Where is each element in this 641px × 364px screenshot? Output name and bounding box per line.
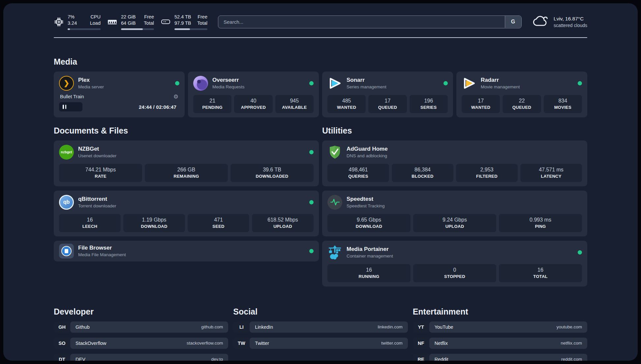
portainer-icon (327, 245, 342, 260)
stat-value: 498,461 (329, 167, 388, 173)
stat-tile: 196 SERIES (410, 95, 448, 113)
link-abbr: NF (413, 338, 429, 349)
sonarr-card[interactable]: Sonarr Series management 485 WANTED 17 Q… (322, 72, 453, 117)
stat-value: 16 (329, 267, 409, 273)
overseerr-icon (193, 76, 208, 91)
link-url: twitter.com (381, 341, 403, 346)
app-name: Speedtest (347, 196, 385, 202)
search-engine-button[interactable]: G (505, 16, 521, 28)
disk-progress-fill (174, 28, 190, 30)
weather-widget: Lviv, 16.87°C scattered clouds (532, 14, 587, 29)
stat-tile: 16 TOTAL (499, 264, 582, 282)
link-url: github.com (201, 324, 223, 329)
disk-total-value: 97.9 TB (174, 20, 191, 26)
settings-gear-icon[interactable]: ⚙ (173, 94, 178, 100)
stat-label: QUEUED (504, 105, 539, 110)
utilities-column: Utilities AdGuard Home DNS and adblockin… (322, 126, 587, 287)
sonarr-icon (327, 76, 342, 91)
app-description: Movie management (481, 84, 520, 89)
link-abbr: YT (413, 321, 429, 333)
stat-label: RUNNING (329, 274, 409, 279)
link-abbr: TW (233, 338, 250, 349)
stat-label: DOWNLOAD (125, 224, 184, 229)
overseerr-card[interactable]: Overseerr Media Requests 21 PENDING 40 A… (188, 72, 319, 117)
ram-free-value: 22 GiB (121, 14, 136, 20)
nzbget-card[interactable]: nzbget NZBGet Usenet downloader 744.21 M… (54, 140, 319, 186)
bookmarks-entertainment: Entertainment YT YouTube youtube.com NF … (413, 307, 587, 361)
stat-label: LEECH (60, 224, 119, 229)
stat-tile: 744.21 Mbps RATE (59, 164, 142, 182)
status-dot-online (309, 249, 314, 253)
pause-icon[interactable] (63, 105, 66, 109)
qbittorrent-card[interactable]: qb qBittorrent Torrent downloader 16 LEE… (54, 191, 319, 236)
memory-metric: 22 GiB 64 GiB Free Total (107, 14, 154, 30)
link-stackoverflow[interactable]: SO StackOverflow stackoverflow.com (54, 338, 228, 349)
qbittorrent-icon: qb (59, 195, 74, 210)
bookmarks-developer: Developer GH Github github.com SO StackO… (54, 307, 228, 361)
link-reddit[interactable]: RE Reddit reddit.com (413, 354, 587, 361)
stat-tile: 22 QUEUED (503, 95, 541, 113)
plex-card[interactable]: ❯ Plex Media server Bullet Train ⚙ 24:44… (54, 72, 185, 117)
ram-progress-fill (121, 28, 143, 30)
stat-label: SERIES (411, 105, 446, 110)
app-description: Usenet downloader (78, 153, 116, 158)
app-description: Media File Management (78, 252, 126, 257)
stat-value: 0.993 ms (500, 217, 581, 223)
radarr-card[interactable]: Radarr Movie management 17 WANTED 22 QUE… (456, 72, 587, 117)
search-input[interactable] (218, 15, 522, 28)
cpu-load-label: Load (90, 20, 101, 26)
cpu-metric: 7% 3.24 CPU Load (54, 14, 101, 30)
link-name: LinkedIn (255, 324, 273, 330)
link-github[interactable]: GH Github github.com (54, 321, 228, 333)
link-name: Netflix (435, 341, 448, 346)
ram-total-value: 64 GiB (121, 20, 136, 26)
portainer-card[interactable]: Media Portainer Container management 16 … (322, 241, 587, 287)
stat-value: 1.19 Gbps (125, 217, 184, 223)
stat-tile: 945 AVAILABLE (275, 95, 314, 113)
ram-total-label: Total (144, 20, 154, 26)
speedtest-card[interactable]: Speedtest Speedtest Tracking 9.65 Gbps D… (322, 191, 587, 236)
stat-label: AVAILABLE (277, 105, 312, 110)
stat-tile: 2,953 FILTERED (456, 164, 518, 182)
stat-tile: 0.993 ms PING (499, 214, 582, 232)
link-url: stackoverflow.com (187, 341, 223, 346)
stat-label: UPLOAD (414, 224, 495, 229)
stat-value: 744.21 Mbps (60, 167, 141, 173)
disk-free-label: Free (197, 14, 207, 20)
stat-label: DOWNLOAD (329, 224, 409, 229)
stat-tile: 834 MOVIES (544, 95, 582, 113)
stat-label: PING (500, 224, 581, 229)
weather-condition: scattered clouds (554, 23, 587, 28)
stat-label: WANTED (329, 105, 364, 110)
stat-value: 21 (195, 98, 230, 104)
filebrowser-card[interactable]: File Browser Media File Management (54, 241, 319, 261)
adguard-card[interactable]: AdGuard Home DNS and adblocking 498,461 … (322, 140, 587, 186)
link-name: Twitter (255, 341, 269, 346)
link-youtube[interactable]: YT YouTube youtube.com (413, 321, 587, 333)
filebrowser-icon (59, 244, 74, 258)
disk-metric: 52.4 TB 97.9 TB Free Total (161, 14, 207, 30)
link-abbr: LI (233, 321, 250, 333)
stat-label: RATE (60, 174, 141, 179)
section-title-entertainment: Entertainment (413, 307, 587, 317)
link-name: DEV (76, 357, 85, 361)
stat-value: 39.6 TB (232, 167, 312, 173)
app-description: Speedtest Tracking (347, 203, 385, 208)
stat-value: 9.24 Gbps (414, 217, 495, 223)
ram-progress-bar (121, 28, 154, 30)
link-linkedin[interactable]: LI LinkedIn linkedin.com (233, 321, 408, 333)
stat-value: 834 (545, 98, 581, 104)
now-playing-title: Bullet Train (60, 94, 84, 99)
link-dev[interactable]: DT DEV dev.to (54, 354, 228, 361)
stat-value: 266 GB (146, 167, 227, 173)
link-url: netflix.com (561, 341, 582, 346)
app-name: Media Portainer (347, 246, 393, 253)
app-name: AdGuard Home (347, 146, 388, 152)
stat-label: PENDING (195, 105, 230, 110)
stat-label: MOVIES (545, 105, 581, 110)
link-netflix[interactable]: NF Netflix netflix.com (413, 338, 587, 349)
link-twitter[interactable]: TW Twitter twitter.com (233, 338, 408, 349)
stat-tile: 16 RUNNING (327, 264, 411, 282)
stat-tile: 39.6 TB DOWNLOADED (230, 164, 314, 182)
stat-value: 9.65 Gbps (329, 217, 409, 223)
